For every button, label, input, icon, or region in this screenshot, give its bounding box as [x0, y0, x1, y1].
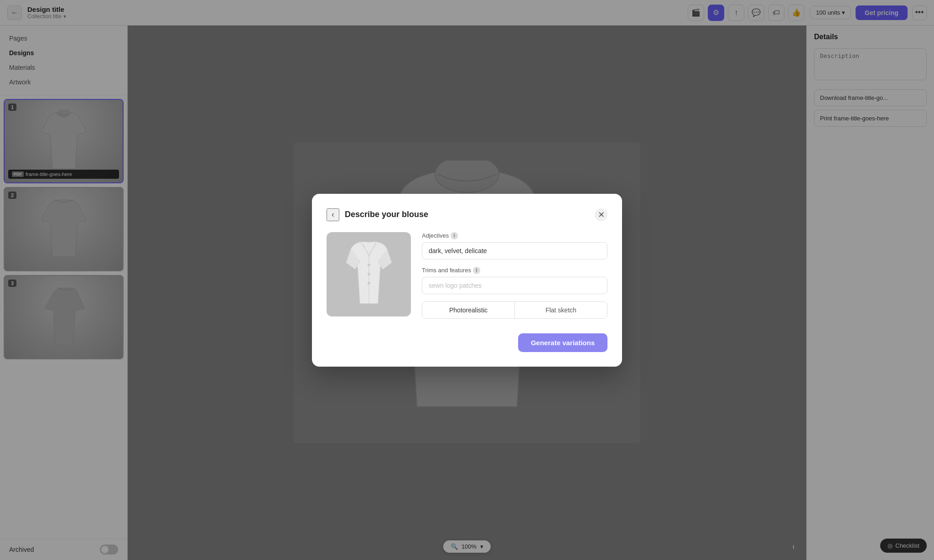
style-toggle: Photorealistic Flat sketch — [422, 301, 607, 319]
modal-fields: Adjectives i Trims and features i Photor… — [422, 232, 607, 330]
modal-close-button[interactable]: ✕ — [595, 208, 607, 221]
flat-sketch-option[interactable]: Flat sketch — [515, 302, 607, 318]
modal-back-button[interactable]: ‹ — [327, 208, 339, 221]
generate-variations-button[interactable]: Generate variations — [518, 333, 607, 352]
modal-body: Adjectives i Trims and features i Photor… — [327, 232, 607, 330]
describe-blouse-modal: ‹ Describe your blouse ✕ — [312, 194, 622, 367]
modal-header: ‹ Describe your blouse ✕ — [327, 208, 607, 221]
adjectives-input[interactable] — [422, 242, 607, 259]
adjectives-label: Adjectives i — [422, 232, 607, 239]
trims-input[interactable] — [422, 277, 607, 294]
trims-label: Trims and features i — [422, 267, 607, 274]
modal-title: Describe your blouse — [345, 210, 589, 219]
modal-overlay: ‹ Describe your blouse ✕ — [0, 0, 934, 560]
svg-point-5 — [368, 273, 370, 275]
photorealistic-option[interactable]: Photorealistic — [422, 302, 515, 318]
svg-point-4 — [368, 264, 370, 266]
svg-point-6 — [368, 282, 370, 285]
blouse-preview-image — [327, 232, 411, 316]
trims-info-icon[interactable]: i — [473, 267, 480, 274]
modal-footer: Generate variations — [327, 333, 607, 352]
adjectives-info-icon[interactable]: i — [451, 232, 458, 239]
